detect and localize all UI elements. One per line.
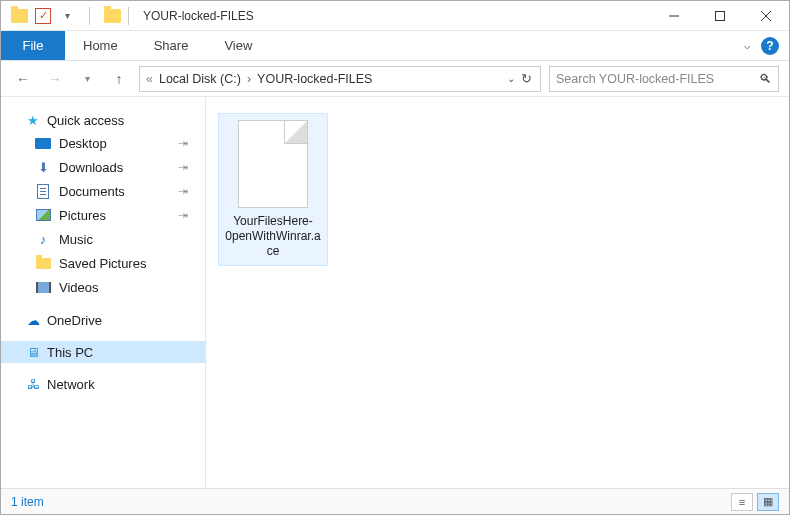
quick-access-header[interactable]: ★ Quick access (1, 109, 205, 131)
file-tab[interactable]: File (1, 31, 65, 60)
music-icon: ♪ (35, 231, 51, 247)
sidebar-item-label: Documents (59, 184, 125, 199)
tab-share[interactable]: Share (136, 31, 207, 60)
title-bar: ✓ ▾ YOUR-locked-FILES (1, 1, 789, 31)
star-icon: ★ (25, 112, 41, 128)
file-icon (238, 120, 308, 208)
network-icon: 🖧︎ (25, 376, 41, 392)
up-button[interactable]: ↑ (107, 67, 131, 91)
sidebar-item-label: Music (59, 232, 93, 247)
tab-home[interactable]: Home (65, 31, 136, 60)
folder-icon (102, 6, 122, 26)
folder-icon (9, 6, 29, 26)
pin-icon: 📌︎ (175, 135, 191, 151)
qat-dropdown-icon[interactable]: ▾ (57, 6, 77, 26)
forward-button[interactable]: → (43, 67, 67, 91)
maximize-button[interactable] (697, 1, 743, 31)
sidebar-item-label: OneDrive (47, 313, 102, 328)
sidebar-item-onedrive[interactable]: ☁ OneDrive (1, 309, 205, 331)
sidebar-item-desktop[interactable]: Desktop 📌︎ (1, 131, 205, 155)
address-dropdown-icon[interactable]: ⌄ (507, 73, 515, 84)
sidebar-item-label: Desktop (59, 136, 107, 151)
sidebar-item-label: Videos (59, 280, 99, 295)
file-item[interactable]: YourFilesHere-0penWithWinrar.ace (218, 113, 328, 266)
recent-dropdown-icon[interactable]: ▾ (75, 67, 99, 91)
back-button[interactable]: ← (11, 67, 35, 91)
close-button[interactable] (743, 1, 789, 31)
folder-icon (35, 255, 51, 271)
pin-icon: 📌︎ (175, 183, 191, 199)
sidebar-item-this-pc[interactable]: 🖥︎ This PC (1, 341, 205, 363)
search-placeholder: Search YOUR-locked-FILES (556, 72, 714, 86)
sidebar-item-documents[interactable]: Documents 📌︎ (1, 179, 205, 203)
qat-separator (89, 7, 90, 25)
minimize-button[interactable] (651, 1, 697, 31)
cloud-icon: ☁ (25, 312, 41, 328)
sidebar-item-label: Pictures (59, 208, 106, 223)
sidebar-item-saved-pictures[interactable]: Saved Pictures (1, 251, 205, 275)
quick-access-toolbar: ✓ ▾ (1, 6, 122, 26)
file-list-pane[interactable]: YourFilesHere-0penWithWinrar.ace (206, 97, 789, 488)
svg-rect-1 (716, 11, 725, 20)
sidebar-item-network[interactable]: 🖧︎ Network (1, 373, 205, 395)
sidebar-item-label: Downloads (59, 160, 123, 175)
search-icon[interactable]: 🔍︎ (759, 72, 772, 86)
chevron-left-icon[interactable]: « (144, 72, 155, 86)
sidebar-item-videos[interactable]: Videos (1, 275, 205, 299)
sidebar-item-label: This PC (47, 345, 93, 360)
file-name: YourFilesHere-0penWithWinrar.ace (225, 214, 321, 259)
breadcrumb-segment[interactable]: YOUR-locked-FILES (253, 72, 376, 86)
search-input[interactable]: Search YOUR-locked-FILES 🔍︎ (549, 66, 779, 92)
help-button[interactable]: ? (761, 37, 779, 55)
window-title: YOUR-locked-FILES (143, 9, 254, 23)
video-icon (35, 279, 51, 295)
item-count: 1 item (11, 495, 44, 509)
pin-icon: 📌︎ (175, 159, 191, 175)
tab-view[interactable]: View (206, 31, 270, 60)
sidebar-item-music[interactable]: ♪ Music (1, 227, 205, 251)
desktop-icon (35, 135, 51, 151)
pin-icon: 📌︎ (175, 207, 191, 223)
title-separator (128, 7, 129, 25)
ribbon-expand-icon[interactable]: ⌵ (744, 39, 751, 52)
chevron-right-icon: › (245, 72, 253, 86)
download-icon: ⬇ (35, 159, 51, 175)
details-view-button[interactable]: ≡ (731, 493, 753, 511)
quick-access-label: Quick access (47, 113, 124, 128)
refresh-button[interactable]: ↻ (521, 71, 532, 86)
sidebar-item-pictures[interactable]: Pictures 📌︎ (1, 203, 205, 227)
icons-view-button[interactable]: ▦ (757, 493, 779, 511)
breadcrumb-segment[interactable]: Local Disk (C:) (155, 72, 245, 86)
navigation-pane: ★ Quick access Desktop 📌︎ ⬇ Downloads 📌︎… (1, 97, 206, 488)
properties-check-icon[interactable]: ✓ (35, 8, 51, 24)
address-bar[interactable]: « Local Disk (C:) › YOUR-locked-FILES ⌄ … (139, 66, 541, 92)
sidebar-item-downloads[interactable]: ⬇ Downloads 📌︎ (1, 155, 205, 179)
ribbon: File Home Share View ⌵ ? (1, 31, 789, 61)
navigation-bar: ← → ▾ ↑ « Local Disk (C:) › YOUR-locked-… (1, 61, 789, 97)
pictures-icon (35, 207, 51, 223)
monitor-icon: 🖥︎ (25, 344, 41, 360)
body: ★ Quick access Desktop 📌︎ ⬇ Downloads 📌︎… (1, 97, 789, 488)
sidebar-item-label: Network (47, 377, 95, 392)
explorer-window: ✓ ▾ YOUR-locked-FILES File Home Share Vi… (0, 0, 790, 515)
document-icon (35, 183, 51, 199)
sidebar-item-label: Saved Pictures (59, 256, 146, 271)
status-bar: 1 item ≡ ▦ (1, 488, 789, 514)
